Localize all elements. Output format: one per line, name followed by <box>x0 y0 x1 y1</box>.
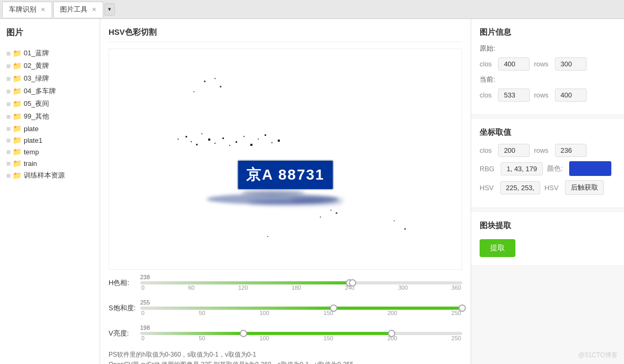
tree-item-temp[interactable]: ⊞ 📁 temp <box>6 146 93 158</box>
tree-label-temp: temp <box>24 148 39 156</box>
right-panel: 图片信息 原始: clos 400 rows 300 当前: clos 533 … <box>471 19 624 364</box>
color-swatch <box>569 161 611 176</box>
tree-label-02: 02_黄牌 <box>24 61 49 71</box>
original-rows-value: 300 <box>555 57 587 71</box>
hsv-row: HSV 225, 253, HSV 后触获取 <box>480 180 616 195</box>
tab-license-plate[interactable]: 车牌识别 ✕ <box>2 2 52 17</box>
current-row: clos 533 rows 400 <box>480 88 616 102</box>
current-rows-value: 400 <box>555 88 587 102</box>
expand-icon-resources: ⊞ <box>6 173 11 179</box>
h-slider-ticks: 060120180240300360 <box>140 284 462 291</box>
current-label: 当前: <box>480 75 616 84</box>
v-slider-label: V亮度: <box>109 329 140 338</box>
v-slider-thumb2[interactable] <box>388 330 395 337</box>
v-slider-thumb1[interactable] <box>240 330 247 337</box>
image-info-section: 图片信息 原始: clos 400 rows 300 当前: clos 533 … <box>471 19 624 115</box>
center-panel-title: HSV色彩切割 <box>109 27 462 42</box>
color-label: 颜色: <box>547 164 563 173</box>
tab-image-tools[interactable]: 图片工具 ✕ <box>53 2 103 17</box>
v-slider-row: V亮度: 198 050100150200250 <box>109 324 462 342</box>
chevron-down-icon: ▾ <box>108 6 111 13</box>
canvas-area[interactable]: 京A 88731 <box>109 48 462 270</box>
original-row: clos 400 rows 300 <box>480 57 616 71</box>
tab-more-button[interactable]: ▾ <box>104 3 115 16</box>
expand-icon-99: ⊞ <box>6 114 11 120</box>
plate-container: 京A 88731 <box>237 160 334 190</box>
tree-item-plate[interactable]: ⊞ 📁 plate <box>6 123 93 134</box>
tree-label-plate1: plate1 <box>24 136 42 144</box>
extract-title: 图块提取 <box>480 221 616 231</box>
folder-icon-plate: 📁 <box>13 124 22 133</box>
expand-icon-plate: ⊞ <box>6 126 11 132</box>
folder-icon-02: 📁 <box>13 62 22 70</box>
hsv-label2: HSV <box>544 184 559 192</box>
tab-close-license-plate[interactable]: ✕ <box>41 6 45 13</box>
rgb-row: RBG 1, 43, 179 颜色: <box>480 161 616 176</box>
hsv-label: HSV <box>480 184 494 192</box>
expand-icon-plate1: ⊞ <box>6 137 11 143</box>
tree-label-train: train <box>24 160 37 168</box>
v-slider-track[interactable] <box>140 332 462 335</box>
notes-section: PS软件里的h取值为0-360，s取值为0-1，v取值为0-1 OpenCV里 … <box>109 350 462 364</box>
expand-icon-03: ⊞ <box>6 76 11 82</box>
tab-close-image-tools[interactable]: ✕ <box>92 6 96 13</box>
v-slider-ticks: 050100150200250 <box>140 335 462 341</box>
s-slider-ticks: 050100150200250 <box>140 310 462 316</box>
tree-label-04: 04_多车牌 <box>24 86 56 96</box>
tree-item-plate1[interactable]: ⊞ 📁 plate1 <box>6 134 93 146</box>
extract-button[interactable]: 提取 <box>480 239 515 257</box>
tree-item-02[interactable]: ⊞ 📁 02_黄牌 <box>6 60 93 72</box>
expand-icon-01: ⊞ <box>6 51 11 56</box>
coord-rows-value: 236 <box>555 144 587 157</box>
hsv-value2: 后触获取 <box>565 180 604 195</box>
h-slider-row: H色相: 238 060120180240300360 <box>109 274 462 292</box>
coord-row: clos 200 rows 236 <box>480 144 616 157</box>
plate-rect: 京A 88731 <box>237 160 334 190</box>
extract-section: 图块提取 提取 <box>471 212 624 266</box>
center-panel: HSV色彩切割 <box>100 19 471 364</box>
h-slider-thumb2[interactable] <box>349 279 356 287</box>
tree-item-99[interactable]: ⊞ 📁 99_其他 <box>6 110 93 123</box>
main-layout: 图片 ⊞ 📁 01_蓝牌 ⊞ 📁 02_黄牌 ⊞ 📁 03_绿牌 ⊞ 📁 04_… <box>0 19 624 364</box>
coord-rows-label: rows <box>534 146 548 154</box>
sidebar: 图片 ⊞ 📁 01_蓝牌 ⊞ 📁 02_黄牌 ⊞ 📁 03_绿牌 ⊞ 📁 04_… <box>0 19 100 364</box>
tree-item-resources[interactable]: ⊞ 📁 训练样本资源 <box>6 169 93 182</box>
original-cols-label: clos <box>480 60 492 68</box>
folder-icon-05: 📁 <box>13 100 22 108</box>
sidebar-title: 图片 <box>6 27 93 38</box>
s-slider-thumb2[interactable] <box>459 304 466 312</box>
plate-text: 京A 88731 <box>246 166 325 183</box>
tree-label-03: 03_绿牌 <box>24 74 49 83</box>
current-cols-value: 533 <box>498 88 530 102</box>
expand-icon-04: ⊞ <box>6 88 11 94</box>
image-info-title: 图片信息 <box>480 27 616 37</box>
s-slider-track[interactable] <box>140 307 462 310</box>
original-cols-value: 400 <box>498 57 530 71</box>
tree-item-04[interactable]: ⊞ 📁 04_多车牌 <box>6 85 93 97</box>
tree-label-resources: 训练样本资源 <box>24 171 65 180</box>
v-slider-value: 198 <box>140 324 462 331</box>
s-slider-thumb1[interactable] <box>330 304 337 312</box>
tree-item-01[interactable]: ⊞ 📁 01_蓝牌 <box>6 47 93 60</box>
h-slider-wrapper: 238 060120180240300360 <box>140 274 462 292</box>
watermark: @51CTO博客 <box>578 351 618 360</box>
tree-item-05[interactable]: ⊞ 📁 05_夜间 <box>6 97 93 110</box>
note-1: PS软件里的h取值为0-360，s取值为0-1，v取值为0-1 <box>109 350 462 360</box>
current-cols-label: clos <box>480 91 492 99</box>
rgb-label: RBG <box>480 165 494 173</box>
folder-icon-04: 📁 <box>13 87 22 95</box>
tree-label-05: 05_夜间 <box>24 99 49 109</box>
expand-icon-02: ⊞ <box>6 63 11 69</box>
tree-label-99: 99_其他 <box>24 112 49 121</box>
folder-icon-temp: 📁 <box>13 147 22 156</box>
h-slider-value: 238 <box>140 274 462 280</box>
s-slider-label: S饱和度: <box>109 303 140 313</box>
h-slider-track[interactable] <box>140 281 462 284</box>
tree-item-train[interactable]: ⊞ 📁 train <box>6 158 93 169</box>
expand-icon-05: ⊞ <box>6 101 11 107</box>
original-label: 原始: <box>480 44 616 53</box>
tree-item-03[interactable]: ⊞ 📁 03_绿牌 <box>6 72 93 85</box>
folder-icon-03: 📁 <box>13 74 22 83</box>
h-slider-label: H色相: <box>109 278 140 288</box>
coord-info-title: 坐标取值 <box>480 127 616 137</box>
